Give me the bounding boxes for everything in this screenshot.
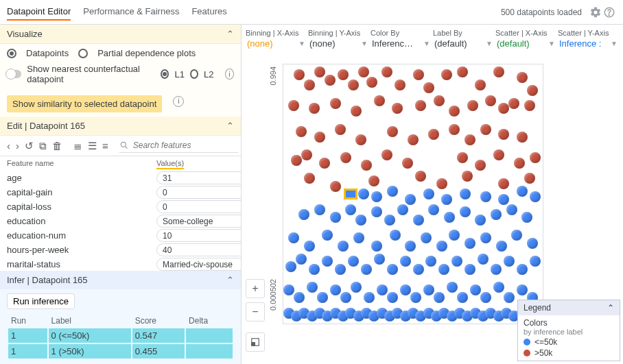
control-dropdown[interactable]: Scatter | Y-Axis Inference :▼	[558, 29, 619, 50]
datapoint[interactable]	[381, 149, 392, 160]
datapoint[interactable]	[291, 155, 302, 166]
datapoint[interactable]	[451, 256, 462, 267]
datapoint[interactable]	[504, 256, 515, 267]
prev-icon[interactable]: ‹	[7, 140, 10, 151]
datapoint[interactable]	[384, 215, 395, 226]
feature-value-input[interactable]	[156, 215, 241, 228]
datapoint[interactable]	[358, 189, 369, 199]
feature-value-input[interactable]	[156, 200, 241, 213]
datapoint[interactable]	[355, 134, 366, 145]
datapoint[interactable]	[444, 212, 455, 223]
datapoint[interactable]	[436, 241, 447, 252]
scatter-plot[interactable]	[283, 64, 543, 324]
datapoint[interactable]	[348, 256, 359, 267]
copy-icon[interactable]: ⧉	[39, 140, 47, 152]
datapoint[interactable]	[355, 215, 366, 226]
datapoint[interactable]	[457, 292, 468, 303]
datapoint[interactable]	[530, 152, 541, 163]
datapoint[interactable]	[361, 264, 372, 275]
datapoint[interactable]	[485, 95, 496, 106]
datapoint[interactable]	[301, 149, 312, 160]
radio-l1[interactable]	[161, 69, 169, 79]
datapoint[interactable]	[462, 171, 473, 182]
datapoint[interactable]	[314, 66, 325, 77]
datapoint[interactable]	[296, 254, 307, 265]
legend-header[interactable]: Legend ⌃	[518, 300, 620, 315]
visualize-header[interactable]: Visualize ⌃	[0, 25, 241, 44]
datapoint[interactable]	[405, 194, 416, 205]
datapoint[interactable]	[402, 158, 413, 169]
datapoint[interactable]	[366, 77, 377, 88]
datapoint[interactable]	[441, 194, 452, 205]
datapoint[interactable]	[480, 232, 491, 243]
datapoint[interactable]	[353, 232, 364, 243]
datapoint[interactable]	[298, 209, 309, 220]
datapoint[interactable]	[511, 230, 522, 241]
datapoint[interactable]	[423, 189, 434, 199]
info-icon[interactable]: i	[225, 69, 234, 80]
datapoint[interactable]	[530, 256, 541, 267]
datapoint[interactable]	[460, 189, 471, 199]
datapoint[interactable]	[381, 66, 392, 77]
feature-value-input[interactable]	[156, 229, 241, 242]
datapoint[interactable]	[514, 158, 525, 169]
dropdown-value[interactable]: (default)▼	[433, 37, 494, 50]
datapoint[interactable]	[322, 256, 333, 267]
tab-datapoint-editor[interactable]: Datapoint Editor	[7, 3, 71, 21]
datapoint[interactable]	[348, 80, 359, 90]
infer-header[interactable]: Infer | Datapoint 165 ⌃	[0, 271, 241, 289]
datapoint[interactable]	[400, 284, 411, 295]
zoom-reset-button[interactable]	[246, 332, 265, 352]
datapoint[interactable]	[387, 186, 398, 197]
datapoint[interactable]	[421, 232, 432, 243]
help-icon[interactable]	[602, 5, 616, 19]
datapoint[interactable]	[314, 204, 325, 215]
datapoint[interactable]	[322, 230, 333, 241]
datapoint[interactable]	[457, 152, 468, 163]
datapoint[interactable]	[465, 238, 475, 249]
datapoint[interactable]	[460, 206, 471, 217]
datapoint[interactable]	[493, 149, 504, 160]
datapoint[interactable]	[524, 173, 535, 184]
datapoint[interactable]	[475, 215, 486, 226]
view-dense-icon[interactable]: ≡	[102, 140, 108, 151]
feature-value-input[interactable]	[156, 186, 241, 199]
counterfactual-toggle[interactable]	[7, 70, 21, 78]
control-dropdown[interactable]: Color By Inferenc…▼	[371, 29, 432, 50]
datapoint[interactable]	[288, 232, 299, 243]
radio-pdp[interactable]	[78, 49, 88, 58]
datapoint[interactable]	[517, 186, 528, 197]
datapoint[interactable]	[423, 82, 434, 93]
datapoint[interactable]	[480, 124, 491, 135]
datapoint[interactable]	[371, 206, 382, 217]
datapoint[interactable]	[294, 292, 305, 303]
datapoint[interactable]	[423, 284, 434, 295]
datapoint[interactable]	[475, 160, 486, 171]
datapoint[interactable]	[493, 66, 504, 77]
datapoint[interactable]	[309, 103, 320, 114]
datapoint[interactable]	[304, 80, 315, 90]
datapoint[interactable]	[530, 191, 541, 202]
feature-value-input[interactable]	[156, 171, 241, 184]
datapoint[interactable]	[408, 134, 419, 145]
datapoint[interactable]	[351, 282, 362, 293]
datapoint[interactable]	[392, 103, 403, 114]
datapoint[interactable]	[296, 126, 307, 137]
datapoint[interactable]	[508, 98, 519, 109]
datapoint[interactable]	[521, 212, 532, 223]
datapoint[interactable]	[449, 124, 460, 135]
datapoint[interactable]	[338, 69, 349, 80]
datapoint[interactable]	[374, 254, 385, 265]
datapoint[interactable]	[415, 171, 426, 182]
datapoint[interactable]	[390, 230, 401, 241]
datapoint[interactable]	[283, 284, 294, 295]
datapoint[interactable]	[465, 264, 475, 275]
datapoint[interactable]	[527, 85, 538, 96]
datapoint[interactable]	[413, 215, 424, 226]
datapoint[interactable]	[304, 241, 315, 252]
radio-datapoints[interactable]	[7, 49, 16, 58]
datapoint[interactable]	[325, 75, 336, 86]
datapoint[interactable]	[480, 292, 491, 303]
dropdown-value[interactable]: Inferenc…▼	[371, 37, 432, 50]
delete-icon[interactable]: 🗑	[52, 140, 62, 151]
